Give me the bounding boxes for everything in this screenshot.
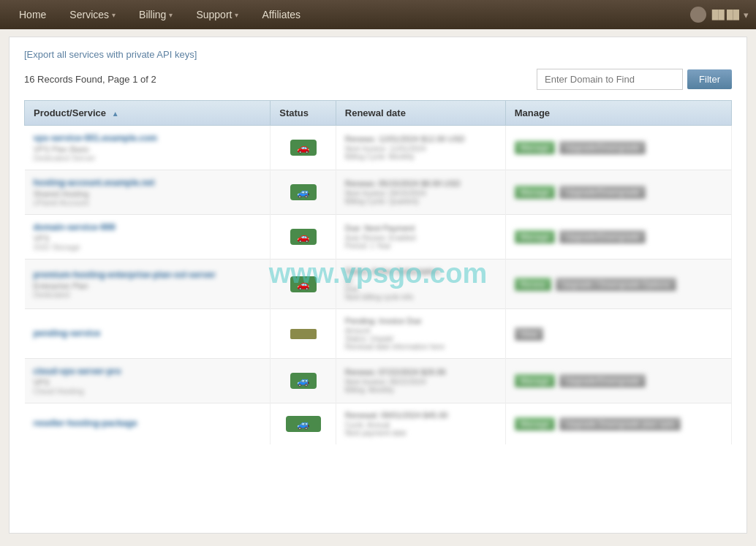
support-dropdown-arrow: ▾ (235, 11, 238, 19)
top-row: 16 Records Found, Page 1 of 2 Filter (24, 69, 732, 90)
nav-services[interactable]: Services ▾ (58, 0, 127, 29)
product-cell: domain-service-999 VPS SSD Storage (25, 215, 271, 259)
product-cell: pending-service (25, 309, 271, 359)
status-cell (271, 309, 336, 359)
search-input[interactable] (537, 69, 683, 90)
upgrade-btn[interactable]: Upgrade/Downgrade (559, 374, 646, 387)
status-cell: 🚙 (271, 170, 336, 215)
renewal-cell: Due: Next Payment Auto Renew: Enabled Pe… (336, 215, 505, 259)
content-wrapper: [Export all services with private API ke… (9, 37, 747, 534)
nav-support[interactable]: Support ▾ (184, 0, 250, 29)
manage-cell: Manage Upgrade/Downgrade (505, 126, 731, 170)
nav-billing[interactable]: Billing ▾ (127, 0, 184, 29)
billing-dropdown-arrow: ▾ (169, 11, 173, 19)
renewal-cell: Status: Active Subscription ID Due Next … (336, 259, 505, 309)
upgrade-btn[interactable]: Upgrade / Downgrade Options (556, 278, 676, 291)
manage-btn[interactable]: Manage (515, 141, 556, 154)
table-row: reseller-hosting-package 🚙 Renewal: 09/0… (25, 403, 732, 445)
renewal-cell: Pending: Invoice Due Amount Status: Unpa… (336, 309, 505, 359)
nav-right: ██ ██ ▾ (690, 7, 749, 23)
status-cell: 🚗 (271, 259, 336, 309)
col-renewal: Renewal date (336, 101, 505, 126)
table-row: pending-service Pending: Invoice Due Amo… (25, 309, 732, 359)
renewal-cell: Renewal: 09/01/2024 $45.00 Cycle: Annual… (336, 403, 505, 445)
manage-btn[interactable]: Manage (515, 230, 556, 243)
table-row: cloud-vps-server-pro VPS Cloud Hosting 🚙… (25, 359, 732, 403)
product-cell: reseller-hosting-package (25, 403, 271, 445)
services-table: Product/Service ▲ Status Renewal date Ma… (24, 100, 732, 444)
product-cell: hosting-account.example.net Shared Hosti… (25, 170, 271, 215)
product-cell: cloud-vps-server-pro VPS Cloud Hosting (25, 359, 271, 403)
services-dropdown-arrow: ▾ (112, 11, 116, 19)
table-row: vps-service-001.example.com VPS Plan Bas… (25, 126, 732, 170)
manage-btn[interactable]: Renew (515, 278, 551, 291)
search-area: Filter (537, 69, 732, 90)
user-dropdown-arrow: ▾ (744, 10, 749, 20)
table-row: premium-hosting-enterprise-plan-xxl-serv… (25, 259, 732, 309)
manage-cell: Renew Upgrade / Downgrade Options (505, 259, 731, 309)
nav-home[interactable]: Home (7, 0, 58, 29)
status-cell: 🚙 (271, 403, 336, 445)
upgrade-btn[interactable]: Upgrade/Downgrade (559, 186, 646, 199)
manage-btn[interactable]: Manage (515, 374, 556, 387)
manage-cell: Manage Upgrade/Downgrade (505, 215, 731, 259)
table-header: Product/Service ▲ Status Renewal date Ma… (25, 101, 732, 126)
user-avatar (690, 7, 706, 23)
export-link[interactable]: [Export all services with private API ke… (24, 49, 197, 60)
status-cell: 🚙 (271, 359, 336, 403)
manage-cell: Manage Upgrade Downgrade plan opts (505, 403, 731, 445)
manage-btn[interactable]: Manage (515, 186, 556, 199)
table-body: vps-service-001.example.com VPS Plan Bas… (25, 126, 732, 445)
col-product[interactable]: Product/Service ▲ (25, 101, 271, 126)
status-cell: 🚗 (271, 126, 336, 170)
product-cell: premium-hosting-enterprise-plan-xxl-serv… (25, 259, 271, 309)
manage-btn[interactable]: Manage (515, 417, 556, 431)
sort-arrow: ▲ (112, 110, 119, 118)
filter-button[interactable]: Filter (687, 69, 732, 89)
col-status: Status (271, 101, 336, 126)
manage-cell: Manage Upgrade/Downgrade (505, 359, 731, 403)
renewal-cell: Renews: 12/01/2024 $12.00 USD Next Invoi… (336, 126, 505, 170)
renewal-cell: Renews: 07/22/2024 $29.99 Next Invoice: … (336, 359, 505, 403)
table-row: hosting-account.example.net Shared Hosti… (25, 170, 732, 215)
status-cell: 🚗 (271, 215, 336, 259)
records-info: 16 Records Found, Page 1 of 2 (24, 74, 156, 85)
manage-cell: View (505, 309, 731, 359)
upgrade-btn[interactable]: Upgrade Downgrade plan opts (559, 417, 680, 431)
col-manage: Manage (505, 101, 731, 126)
nav-affiliates[interactable]: Affiliates (250, 0, 312, 29)
manage-cell: Manage Upgrade/Downgrade (505, 170, 731, 215)
nav-user-label[interactable]: ██ ██ ▾ (712, 10, 749, 20)
product-cell: vps-service-001.example.com VPS Plan Bas… (25, 126, 271, 170)
renewal-cell: Renews: 05/15/2024 $8.99 USD Next Invoic… (336, 170, 505, 215)
upgrade-btn[interactable]: Upgrade/Downgrade (559, 230, 646, 243)
table-row: domain-service-999 VPS SSD Storage 🚗 Due… (25, 215, 732, 259)
view-btn[interactable]: View (515, 327, 544, 341)
navbar: Home Services ▾ Billing ▾ Support ▾ Affi… (0, 0, 756, 29)
upgrade-btn[interactable]: Upgrade/Downgrade (559, 141, 646, 154)
